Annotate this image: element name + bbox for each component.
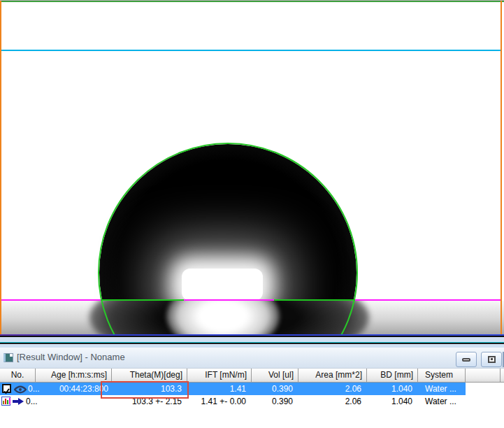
- cell-bd: 1.040: [367, 395, 412, 408]
- baseline-marker: [1, 299, 501, 301]
- focus-line: [1, 50, 501, 51]
- table-row-selected[interactable]: 0... 00:44:23:800 103.3 1.41 0.390 2.06 …: [0, 383, 466, 395]
- column-header-vol[interactable]: Vol [ul]: [252, 369, 298, 382]
- cell-ift: 1.41 +- 0.00: [187, 395, 246, 408]
- restore-button[interactable]: [481, 352, 502, 367]
- cell-vol: 0.390: [252, 395, 293, 408]
- column-header-ift[interactable]: IFT [mN/m]: [187, 369, 252, 382]
- row-checkbox[interactable]: [2, 384, 11, 393]
- arrow-right-icon: [13, 398, 24, 405]
- column-header-filler: [466, 369, 501, 382]
- column-header-theta[interactable]: Theta(M)[deg]: [112, 369, 187, 382]
- result-window-titlebar: [Result Window] - Noname: [0, 348, 504, 369]
- cell-area: 2.06: [298, 395, 361, 408]
- cell-bd: 1.040: [367, 383, 412, 395]
- cell-age: 00:44:23:800: [36, 383, 108, 395]
- result-window-title: [Result Window] - Noname: [17, 352, 125, 362]
- result-window-icon[interactable]: [3, 353, 13, 362]
- check-icon: [3, 388, 10, 394]
- bar-chart-icon: [1, 397, 10, 406]
- column-header-no[interactable]: No.: [0, 369, 36, 382]
- image-frame-left-orange: [0, 1, 1, 334]
- cell-system: Water ...: [425, 395, 456, 408]
- column-header-bd[interactable]: BD [mm]: [367, 369, 418, 382]
- contact-line-segment-left: [101, 299, 184, 301]
- table-row[interactable]: 0... 103.3 +- 2.15 1.41 +- 0.00 0.390 2.…: [0, 395, 504, 408]
- cell-area: 2.06: [298, 383, 361, 395]
- annotation-highlight-rect: [101, 381, 189, 399]
- minimize-button[interactable]: [456, 352, 477, 367]
- drop-image-view: [0, 0, 504, 334]
- cell-age: [36, 395, 108, 408]
- cell-ift: 1.41: [187, 383, 246, 395]
- cell-vol: 0.390: [252, 383, 293, 395]
- table-header: No. Age [h:m:s:ms] Theta(M)[deg] IFT [mN…: [0, 369, 504, 383]
- contact-line-segment-right: [274, 299, 355, 301]
- column-header-area[interactable]: Area [mm*2]: [298, 369, 367, 382]
- app-window: [Result Window] - Noname No. Age [h:m:s:…: [0, 0, 504, 428]
- window-gap-band: [0, 337, 504, 342]
- column-header-filler: [501, 369, 504, 382]
- minimize-icon: [462, 358, 470, 362]
- cell-system: Water ...: [425, 383, 456, 395]
- column-header-system[interactable]: System: [418, 369, 466, 382]
- column-header-age[interactable]: Age [h:m:s:ms]: [36, 369, 112, 382]
- restore-icon: [488, 356, 496, 363]
- image-frame-right-orange: [501, 1, 502, 334]
